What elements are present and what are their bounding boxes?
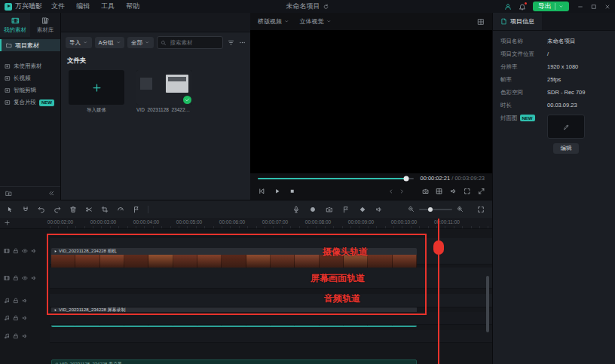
notifications-icon[interactable] <box>519 3 526 11</box>
preview-layout-icon[interactable] <box>477 18 485 26</box>
track-header-audio-2[interactable] <box>0 312 50 324</box>
lock-icon[interactable] <box>13 315 19 321</box>
expand-icon[interactable] <box>478 188 485 195</box>
undo-icon[interactable] <box>38 206 45 213</box>
timeline-scrollbar[interactable] <box>486 276 489 332</box>
app-menu-button[interactable]: 万兴喵影 <box>0 2 48 11</box>
search-box[interactable] <box>157 36 223 49</box>
video-viewport[interactable] <box>250 30 492 173</box>
fit-icon[interactable] <box>464 188 471 195</box>
track-lane-audio-1[interactable]: VID_20231128_234228 麦克风 <box>50 294 492 307</box>
export-caret-icon[interactable] <box>558 4 564 9</box>
camera-icon[interactable] <box>422 188 430 195</box>
aspect-dropdown[interactable]: 横版视频 <box>258 17 289 26</box>
speaker-icon[interactable] <box>31 275 37 281</box>
track-lane-video-1[interactable]: VID_20231128_234228 相机 <box>50 238 492 265</box>
stop-icon[interactable] <box>289 188 296 195</box>
lock-icon[interactable] <box>13 333 19 339</box>
mic-icon[interactable] <box>292 206 300 213</box>
quality-dropdown[interactable]: 立体视觉 <box>300 17 332 26</box>
crop-icon[interactable] <box>101 206 109 213</box>
track-lane-empty-1[interactable] <box>50 312 492 325</box>
track-header-video-2[interactable] <box>0 268 50 288</box>
play-icon[interactable] <box>274 188 281 195</box>
import-media-tile[interactable]: 导入媒体 <box>69 70 124 114</box>
music-icon[interactable] <box>4 333 10 339</box>
zoom-slider[interactable] <box>419 209 452 210</box>
chevron-left-icon[interactable] <box>388 188 394 194</box>
sidebar-item-project-media[interactable]: 项目素材 <box>0 39 60 51</box>
camera-icon[interactable] <box>326 206 333 213</box>
music-icon[interactable] <box>4 315 10 321</box>
export-button[interactable]: 导出 <box>533 2 569 11</box>
marker-icon[interactable] <box>133 206 140 213</box>
track-header-video-1[interactable] <box>0 238 50 264</box>
minimize-icon[interactable] <box>577 4 583 10</box>
tab-project-info[interactable]: 项目信息 <box>493 13 542 30</box>
microphone-audio-clip[interactable]: VID_20231128_234228 麦克风 <box>51 359 417 364</box>
zoom-slider-handle[interactable] <box>428 207 433 212</box>
type-filter-dropdown[interactable]: 全部 <box>127 37 154 48</box>
import-tile-thumb[interactable] <box>69 70 124 105</box>
keyframe-icon[interactable] <box>359 206 366 213</box>
speaker-icon[interactable] <box>375 206 383 213</box>
timeline-ruler[interactable]: 00:00:02:0000:00:03:0000:00:04:0000:00:0… <box>0 218 492 229</box>
pointer-icon[interactable] <box>6 206 14 213</box>
chevron-right-icon[interactable] <box>399 188 405 194</box>
cover-thumbnail[interactable] <box>547 115 585 139</box>
track-header-audio-1[interactable] <box>0 294 50 307</box>
edit-cover-button[interactable]: 编辑 <box>553 143 579 154</box>
ruler-scale[interactable]: 00:00:02:0000:00:03:0000:00:04:0000:00:0… <box>50 218 492 228</box>
track-header-audio-3[interactable] <box>0 330 50 342</box>
import-button[interactable]: 导入 <box>66 37 92 48</box>
redo-icon[interactable] <box>54 206 61 213</box>
fit-timeline-icon[interactable] <box>477 200 485 218</box>
zoom-out-icon[interactable] <box>408 206 415 213</box>
sidebar-list-item[interactable]: 未使用素材 <box>5 62 56 71</box>
menu-item[interactable]: 工具 <box>101 2 115 11</box>
sort-dropdown[interactable]: A分组 <box>95 37 125 48</box>
record-icon[interactable] <box>309 206 317 213</box>
menu-item[interactable]: 文件 <box>51 2 65 11</box>
sidebar-list-item[interactable]: 复合片段 NEW <box>5 98 56 107</box>
tab-stock-library[interactable]: 素材库 <box>30 13 60 37</box>
menu-item[interactable]: 帮助 <box>126 2 139 11</box>
marker-icon[interactable] <box>342 206 350 213</box>
music-icon[interactable] <box>4 298 10 304</box>
more-icon[interactable] <box>239 39 246 46</box>
speaker-icon[interactable] <box>22 333 28 339</box>
lock-icon[interactable] <box>13 275 19 281</box>
speaker-icon[interactable] <box>31 248 37 254</box>
trash-icon[interactable] <box>69 206 77 213</box>
maximize-icon[interactable] <box>591 4 597 10</box>
playhead-handle[interactable] <box>433 240 444 255</box>
speed-icon[interactable] <box>117 206 124 213</box>
close-icon[interactable] <box>604 4 610 10</box>
add-track-icon[interactable] <box>4 219 11 226</box>
film-icon[interactable] <box>4 275 10 281</box>
sidebar-list-item[interactable]: 长视频 <box>5 74 56 83</box>
zoom-in-icon[interactable] <box>457 206 464 213</box>
collapse-left-icon[interactable] <box>48 190 55 197</box>
menu-item[interactable]: 编辑 <box>76 2 90 11</box>
eye-icon[interactable] <box>22 248 28 254</box>
search-input[interactable] <box>169 38 219 47</box>
film-icon[interactable] <box>4 248 10 254</box>
lock-icon[interactable] <box>13 298 19 304</box>
sync-icon[interactable] <box>323 4 329 10</box>
account-icon[interactable] <box>504 3 512 11</box>
filter-icon[interactable] <box>228 39 234 46</box>
split-icon[interactable] <box>85 206 93 213</box>
speaker-icon[interactable] <box>22 298 28 304</box>
video-thumbnail[interactable] <box>136 70 192 105</box>
magnet-icon[interactable] <box>22 206 29 213</box>
speaker-icon[interactable] <box>22 315 28 321</box>
video-clip-tile[interactable]: VID_20231128_234228.mp4 <box>136 70 192 114</box>
seek-bar[interactable] <box>258 178 414 179</box>
skip-start-icon[interactable] <box>258 188 265 195</box>
sidebar-list-item[interactable]: 智能剪辑 <box>5 86 56 95</box>
track-lane-empty-2[interactable] <box>50 330 492 343</box>
grid-icon[interactable] <box>436 188 443 195</box>
tab-my-media[interactable]: 我的素材 <box>0 13 30 37</box>
seek-handle[interactable] <box>404 176 409 181</box>
